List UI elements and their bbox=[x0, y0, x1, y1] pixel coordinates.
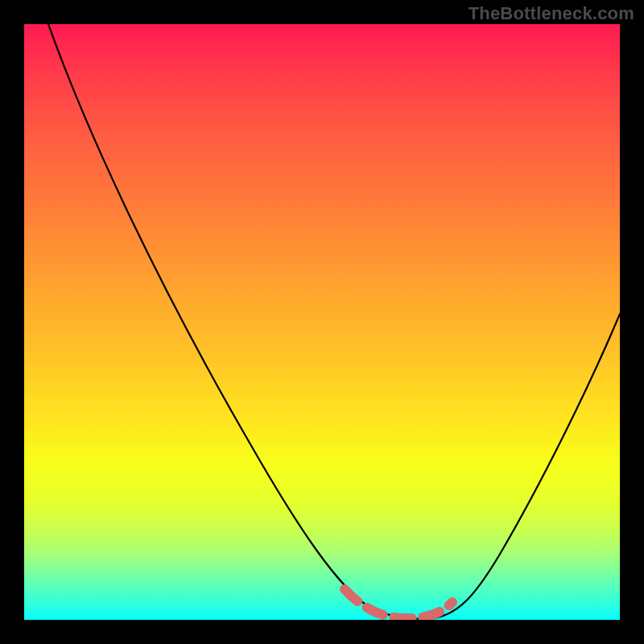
bottleneck-curve bbox=[48, 24, 620, 619]
watermark-text: TheBottleneck.com bbox=[469, 3, 634, 24]
gradient-plot-area bbox=[24, 24, 620, 620]
optimal-range-marker bbox=[345, 589, 452, 618]
chart-frame: TheBottleneck.com bbox=[0, 0, 644, 644]
chart-svg bbox=[24, 24, 620, 620]
